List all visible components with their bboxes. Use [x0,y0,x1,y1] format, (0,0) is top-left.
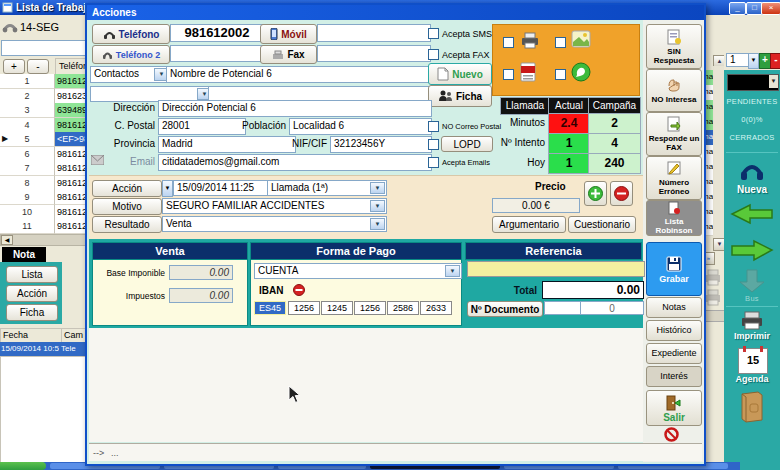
fax-button[interactable]: Fax [260,45,317,64]
accion-drop-icon[interactable]: ▼ [162,180,173,197]
interes-button[interactable]: Interés [646,366,702,387]
close-button[interactable]: × [761,2,780,15]
sin-respuesta-button[interactable]: SIN Respuesta [646,24,702,69]
cpostal-field[interactable]: 28001 [158,118,246,135]
accion-field-button[interactable]: Acción [92,180,162,197]
phone-number-field[interactable]: 981612002 [170,24,264,42]
phone2-field[interactable] [170,45,264,62]
grid-remove-button[interactable]: - [27,59,49,74]
left-search-input[interactable] [1,40,89,56]
arrow-right-icon[interactable] [730,238,774,262]
chevron-down-icon[interactable]: ▼ [370,182,385,194]
dialog-titlebar[interactable]: Acciones [87,5,704,20]
iban-part-1[interactable]: 1256 [288,301,320,315]
telefono2-button[interactable]: Teléfono 2 [92,45,170,64]
imprimir-label[interactable]: Imprimir [724,331,780,341]
table-row[interactable]: 7981612 [0,161,85,176]
chevron-down-icon[interactable]: ▼ [370,200,385,212]
acepta-sms-checkbox[interactable]: Acepta SMS [428,28,492,39]
chevron-down-icon[interactable]: ▼ [769,75,778,88]
ficha-dialog-button[interactable]: Ficha [428,85,492,107]
movil-button[interactable]: Móvil [260,24,317,44]
table-row[interactable]: 3639489 [0,103,85,118]
chevron-down-icon[interactable]: ▼ [370,218,385,230]
ficha-button[interactable]: Ficha [6,304,58,321]
impuestos-field[interactable]: 0.00 [169,288,233,303]
motivo-combo[interactable]: SEGURO FAMILIAR ACCIDENTES ▼ [162,198,387,214]
resultado-button[interactable]: Resultado [92,216,162,233]
counter-minus-button[interactable]: - [770,53,780,69]
notas-button[interactable]: Notas [646,297,702,318]
poblacion-field[interactable]: Localidad 6 [289,118,432,135]
chevron-down-icon[interactable]: ▼ [445,265,460,277]
ndocumento-field1[interactable] [544,301,584,315]
referencia-field[interactable] [467,261,645,277]
table-row[interactable]: 2981623 [0,89,85,104]
iban-part-5[interactable]: 2633 [420,301,452,315]
pdf-option-checkbox[interactable] [503,69,514,80]
table-row[interactable]: 4981612 [0,118,85,133]
table-row-selected[interactable]: ▶5<EF>98 [0,132,85,147]
argumentario-button[interactable]: Argumentario [492,216,566,233]
total-field[interactable]: 0.00 [542,281,644,299]
iban-part-3[interactable]: 1256 [354,301,386,315]
lopd-checkbox[interactable] [428,139,439,150]
col-fecha[interactable]: Fecha [1,329,62,343]
nueva-headset-icon[interactable] [738,158,766,182]
resultado-combo[interactable]: Venta ▼ [162,216,387,232]
arrow-left-icon[interactable] [730,203,774,225]
scroll-left-icon[interactable]: ◀ [1,235,13,245]
table-row[interactable]: 6981612 [0,147,85,162]
table-row[interactable]: 11981612 [0,219,85,234]
ndocumento-button[interactable]: Nº Documento [467,301,543,317]
fecha-field[interactable]: 15/09/2014 11:25 [173,180,272,196]
motivo-button[interactable]: Motivo [92,198,162,215]
salir-button[interactable]: Salir [646,390,702,426]
telefono-button[interactable]: Teléfono [92,24,170,44]
h-scrollbar[interactable]: ◀ [0,234,87,246]
agenda-label[interactable]: Agenda [724,374,780,384]
status-combo[interactable]: ▼ [727,74,779,91]
direccion-field[interactable]: Dirección Potencial 6 [158,100,432,117]
acepta-fax-checkbox[interactable]: Acepta FAX [428,49,490,60]
photo-option-checkbox[interactable] [555,37,566,48]
iban-part-4[interactable]: 2586 [387,301,419,315]
email-field[interactable]: citidatademos@gmail.com [158,154,432,171]
no-correo-checkbox[interactable]: NO Correo Postal [428,121,501,132]
calendar-icon[interactable]: 15 [738,348,768,374]
table-row[interactable]: 1981612 [0,74,85,89]
historico-button[interactable]: Histórico [646,320,702,341]
counter-drop-icon[interactable]: ▼ [748,53,759,69]
print-icon[interactable] [740,310,764,330]
remove-iban-icon[interactable] [293,284,305,296]
nueva-button[interactable]: Nueva [724,184,780,195]
provincia-field[interactable]: Madrid [158,136,296,153]
col-campaign[interactable]: Cam [62,329,83,343]
remove-price-button[interactable] [610,181,633,206]
nuevo-button[interactable]: Nuevo [428,63,492,85]
lista-robinson-button[interactable]: Lista Robinson [646,200,702,236]
table-row[interactable]: 8981612 [0,176,85,191]
table-row[interactable]: 10981612 [0,205,85,220]
start-button[interactable] [0,462,46,470]
expediente-button[interactable]: Expediente [646,343,702,364]
lista-button[interactable]: Lista [6,266,58,283]
cuestionario-button[interactable]: Cuestionario [568,216,636,233]
iban-part-0[interactable]: ES45 [254,301,286,315]
whatsapp-option-checkbox[interactable] [555,69,566,80]
cancel-icon[interactable] [664,427,679,442]
no-interesa-button[interactable]: NO Interesa [646,69,702,112]
iban-part-2[interactable]: 1245 [321,301,353,315]
precio-field[interactable]: 0.00 € [492,198,580,213]
add-price-button[interactable] [584,181,607,206]
tipo-llamada-combo[interactable]: Llamada (1ª) ▼ [267,180,387,196]
numero-erroneo-button[interactable]: Número Erróneo [646,156,702,200]
grabar-button[interactable]: Grabar [646,242,702,296]
cuenta-combo[interactable]: CUENTA ▼ [254,263,462,279]
responde-fax-button[interactable]: Responde un FAX [646,112,702,156]
base-field[interactable]: 0.00 [169,265,233,280]
v-scrollbar[interactable] [713,66,724,238]
ndocumento-field2[interactable]: 0 [580,301,644,315]
acepta-emails-checkbox[interactable]: Acepta Emails [428,157,490,168]
fax-field[interactable] [317,45,431,62]
